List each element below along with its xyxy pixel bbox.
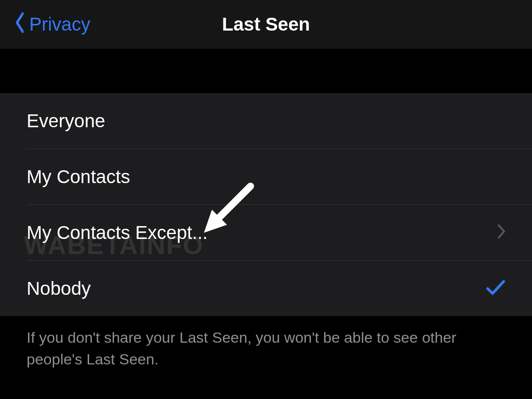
options-list: Everyone My Contacts My Contacts Except.…: [0, 93, 532, 316]
option-label: Everyone: [27, 110, 105, 132]
chevron-left-icon: [15, 12, 24, 37]
option-my-contacts[interactable]: My Contacts: [0, 149, 532, 204]
option-label: Nobody: [27, 278, 91, 299]
page-title: Last Seen: [222, 14, 310, 35]
back-button[interactable]: Privacy: [13, 12, 90, 37]
option-label: My Contacts Except...: [27, 222, 207, 243]
option-label: My Contacts: [27, 166, 130, 188]
spacer-band: [0, 49, 532, 93]
option-nobody[interactable]: Nobody: [0, 261, 532, 316]
footer-note: If you don't share your Last Seen, you w…: [0, 316, 532, 381]
option-everyone[interactable]: Everyone: [0, 93, 532, 149]
back-label: Privacy: [29, 14, 90, 35]
option-my-contacts-except[interactable]: My Contacts Except...: [0, 205, 532, 260]
chevron-right-icon: [497, 222, 505, 243]
checkmark-icon: [486, 275, 505, 302]
header-bar: Privacy Last Seen: [0, 0, 532, 49]
